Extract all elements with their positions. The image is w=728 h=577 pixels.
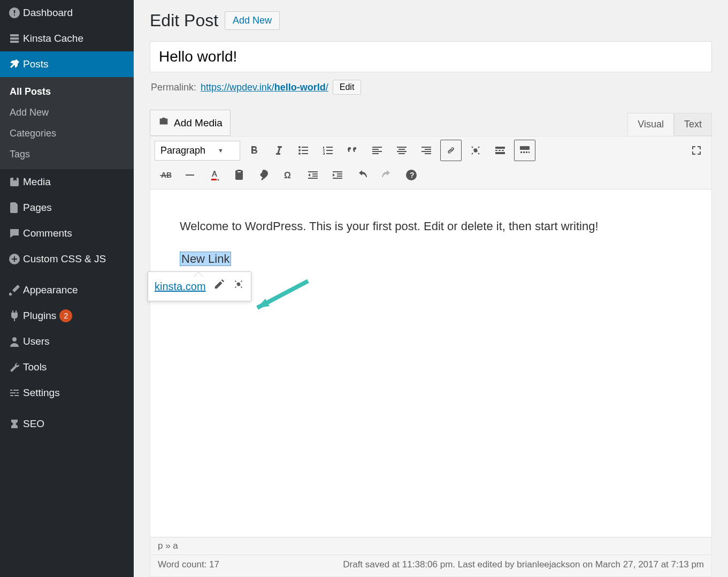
svg-point-4 (298, 153, 301, 155)
sidebar-item-label: Tools (23, 361, 47, 373)
sidebar-item-label: Dashboard (23, 7, 73, 19)
sliders-icon (8, 386, 23, 399)
edit-link-button[interactable] (213, 276, 225, 296)
permalink-row: Permalink: https://wpdev.ink/hello-world… (151, 80, 711, 95)
sidebar-item-users[interactable]: Users (0, 329, 134, 354)
sidebar-item-label: Posts (23, 58, 49, 70)
indent-button[interactable] (327, 164, 348, 186)
format-select[interactable]: Paragraph (155, 141, 240, 161)
permalink-label: Permalink: (151, 82, 196, 93)
sidebar-item-label: SEO (23, 418, 44, 430)
align-left-button[interactable] (366, 140, 388, 161)
seo-icon (8, 417, 23, 430)
numbered-list-button[interactable] (317, 140, 339, 161)
annotation-arrow (249, 278, 313, 316)
svg-rect-5 (520, 146, 530, 150)
submenu-tags[interactable]: Tags (0, 144, 134, 165)
sidebar-item-custom-css-js[interactable]: Custom CSS & JS (0, 246, 134, 272)
post-title-input[interactable] (150, 41, 712, 72)
bullet-list-button[interactable] (293, 140, 314, 161)
submenu-all-posts[interactable]: All Posts (0, 81, 134, 102)
clear-format-button[interactable] (253, 164, 274, 186)
toolbar-toggle-button[interactable] (514, 140, 535, 161)
sidebar-item-pages[interactable]: Pages (0, 195, 134, 221)
edit-permalink-button[interactable]: Edit (333, 80, 362, 95)
sidebar-item-plugins[interactable]: Plugins 2 (0, 303, 134, 329)
submenu-categories[interactable]: Categories (0, 123, 134, 144)
sidebar-item-media[interactable]: Media (0, 169, 134, 195)
add-media-button[interactable]: Add Media (150, 110, 231, 136)
sidebar-item-label: Appearance (23, 284, 78, 296)
redo-button[interactable] (376, 164, 397, 186)
page-header: Edit Post Add New (150, 11, 712, 31)
sidebar-item-label: Users (23, 336, 50, 347)
sidebar-item-label: Settings (23, 387, 60, 399)
content-paragraph: Welcome to WordPress. This is your first… (180, 216, 682, 236)
pin-icon (8, 58, 23, 71)
undo-button[interactable] (351, 164, 373, 186)
media-icon (8, 176, 23, 188)
sidebar-item-posts[interactable]: Posts (0, 51, 134, 77)
sidebar-item-label: Pages (23, 202, 52, 214)
selected-link-text[interactable]: New Link (180, 252, 231, 266)
strikethrough-button[interactable]: ABC (155, 164, 176, 186)
help-button[interactable]: ? (401, 164, 422, 186)
editor-tabs: Visual Text (627, 113, 712, 136)
svg-point-1 (12, 337, 17, 341)
tab-text[interactable]: Text (674, 113, 712, 136)
sidebar-item-kinsta-cache[interactable]: Kinsta Cache (0, 26, 134, 51)
sidebar-item-seo[interactable]: SEO (0, 411, 134, 437)
comment-icon (8, 227, 23, 240)
paste-text-button[interactable] (228, 164, 250, 186)
editor-toolbar: Paragraph ABC Ω (150, 136, 711, 189)
sidebar-item-comments[interactable]: Comments (0, 221, 134, 246)
admin-sidebar: Dashboard Kinsta Cache Posts All Posts A… (0, 0, 134, 577)
svg-text:?: ? (410, 171, 415, 179)
svg-point-3 (298, 149, 301, 151)
plus-circle-icon (8, 253, 23, 265)
horizontal-rule-button[interactable] (179, 164, 201, 186)
database-icon (8, 32, 23, 45)
element-path: p » a (150, 537, 711, 555)
editor-status-bar: p » a Word count: 17 Draft saved at 11:3… (150, 537, 711, 576)
add-new-button[interactable]: Add New (225, 11, 280, 30)
text-color-button[interactable] (204, 164, 225, 186)
submenu-add-new[interactable]: Add New (0, 102, 134, 123)
unlink-button[interactable] (465, 140, 486, 161)
word-count: Word count: 17 (158, 559, 249, 570)
svg-point-2 (298, 146, 301, 148)
sidebar-item-tools[interactable]: Tools (0, 354, 134, 380)
plug-icon (8, 309, 23, 322)
editor-box: Paragraph ABC Ω (150, 136, 712, 577)
update-badge: 2 (59, 309, 72, 322)
editor-content[interactable]: Welcome to WordPress. This is your first… (150, 189, 711, 537)
sidebar-item-label: Plugins (23, 310, 56, 322)
sidebar-item-label: Kinsta Cache (23, 33, 83, 44)
bold-button[interactable] (243, 140, 265, 161)
special-char-button[interactable]: Ω (278, 164, 299, 186)
sidebar-item-label: Media (23, 176, 51, 188)
brush-icon (8, 284, 23, 297)
read-more-button[interactable] (489, 140, 511, 161)
link-button[interactable] (440, 140, 462, 161)
permalink-link[interactable]: https://wpdev.ink/hello-world/ (201, 82, 328, 93)
link-url[interactable]: kinsta.com (155, 277, 206, 295)
align-right-button[interactable] (416, 140, 437, 161)
italic-button[interactable] (268, 140, 289, 161)
sidebar-item-label: Custom CSS & JS (23, 253, 106, 265)
fullscreen-button[interactable] (686, 140, 707, 161)
sidebar-item-dashboard[interactable]: Dashboard (0, 0, 134, 26)
pages-icon (8, 201, 23, 214)
camera-music-icon (158, 116, 170, 130)
blockquote-button[interactable] (342, 140, 363, 161)
tab-visual[interactable]: Visual (627, 113, 674, 136)
sidebar-item-appearance[interactable]: Appearance (0, 277, 134, 303)
align-center-button[interactable] (391, 140, 412, 161)
remove-link-button[interactable] (233, 276, 244, 296)
page-title: Edit Post (150, 11, 218, 31)
save-status: Draft saved at 11:38:06 pm. Last edited … (249, 559, 704, 570)
add-media-label: Add Media (174, 117, 223, 129)
sidebar-item-settings[interactable]: Settings (0, 380, 134, 406)
outdent-button[interactable] (302, 164, 324, 186)
posts-submenu: All Posts Add New Categories Tags (0, 77, 134, 169)
